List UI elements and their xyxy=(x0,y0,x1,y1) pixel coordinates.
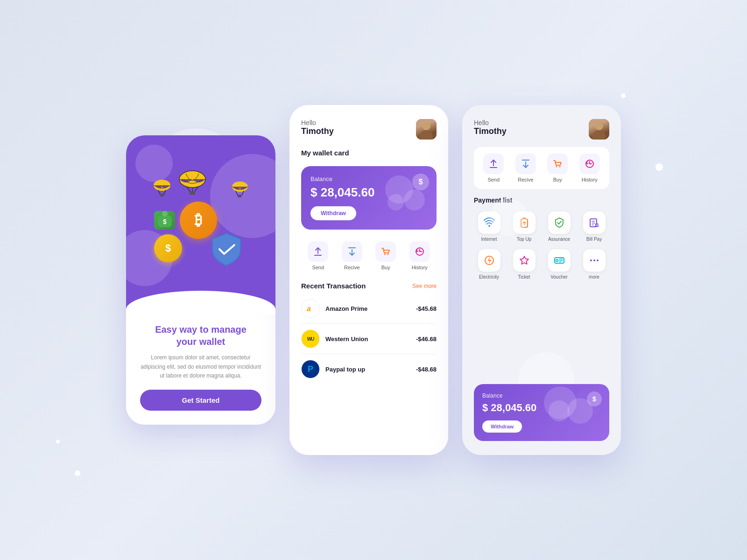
billpay-label: Bill Pay xyxy=(586,237,602,242)
receive-icon xyxy=(342,241,362,262)
transaction-list: a Amazon Prime -$45.68 WU Western Union … xyxy=(301,299,437,384)
get-started-button[interactable]: Get Started xyxy=(140,390,261,411)
p-action-buy[interactable]: Buy xyxy=(547,154,568,182)
payment-action-row: Send Recive Buy History xyxy=(474,147,609,189)
onboarding-screen: $ ₿ $ Eas xyxy=(126,135,275,425)
wallet-greeting: Hello Timothy xyxy=(301,119,334,136)
bg-decor xyxy=(621,93,626,98)
bg-decor xyxy=(490,198,528,236)
avatar-image xyxy=(416,119,437,140)
onboarding-bottom: Easy way to manage your wallet Lorem ips… xyxy=(126,314,275,425)
bg-decor xyxy=(655,163,663,171)
action-receive[interactable]: Recive xyxy=(342,241,362,270)
parachute-small-left-icon xyxy=(152,178,173,199)
action-history[interactable]: History xyxy=(409,241,430,270)
card-decor xyxy=(388,194,404,210)
payment-greeting: Hello Timothy xyxy=(474,119,507,136)
p-buy-icon xyxy=(547,154,568,174)
p-action-history[interactable]: History xyxy=(579,154,600,182)
recent-title: Recent Transaction xyxy=(301,282,366,290)
svg-rect-9 xyxy=(160,194,164,196)
p-send-label: Send xyxy=(487,177,500,182)
transaction-name-amazon: Amazon Prime xyxy=(325,305,410,312)
avatar-head xyxy=(422,122,430,130)
payment-header: Hello Timothy xyxy=(474,119,609,140)
payment-ticket[interactable]: Ticket xyxy=(509,249,539,280)
receive-label: Recive xyxy=(344,265,360,270)
payment-grid-row2: Electricity Ticket xyxy=(474,249,609,280)
transaction-paypal[interactable]: P Paypal top up -$48.68 xyxy=(301,360,437,384)
balance-label: Balance xyxy=(310,175,427,182)
action-send[interactable]: Send xyxy=(308,241,328,270)
wu-logo: WU xyxy=(301,329,320,348)
mini-wallet-card: $ Balance $ 28,045.60 Withdraw xyxy=(474,384,609,441)
internet-label: Internet xyxy=(481,237,497,242)
more-label: more xyxy=(589,274,599,280)
transaction-name-paypal: Paypal top up xyxy=(325,366,410,373)
avatar-body-2 xyxy=(592,130,606,140)
illustration-container: $ ₿ $ xyxy=(149,174,252,276)
history-label: History xyxy=(412,265,428,270)
greeting-hello: Hello xyxy=(301,119,334,126)
payment-more[interactable]: more xyxy=(579,249,609,280)
svg-rect-13 xyxy=(238,195,241,197)
mini-withdraw-button[interactable]: Withdraw xyxy=(482,420,522,433)
p-action-receive[interactable]: Recive xyxy=(515,154,536,182)
action-buy[interactable]: Buy xyxy=(375,241,396,270)
action-row: Send Recive Buy History xyxy=(301,239,437,273)
transaction-wu[interactable]: WU Western Union -$46.68 xyxy=(301,329,437,354)
greeting-hello-2: Hello xyxy=(474,119,507,126)
send-icon xyxy=(308,241,328,262)
transaction-amazon[interactable]: a Amazon Prime -$45.68 xyxy=(301,299,437,324)
p-history-label: History xyxy=(582,177,598,182)
p-send-icon xyxy=(483,154,504,174)
svg-point-43 xyxy=(590,259,592,261)
greeting-name-2: Timothy xyxy=(474,126,507,136)
ticket-label: Ticket xyxy=(518,274,530,280)
recent-section-header: Recent Transaction See more xyxy=(301,282,437,290)
see-more-link[interactable]: See more xyxy=(412,283,437,289)
svg-point-45 xyxy=(597,259,599,261)
wallet-screen: Hello Timothy My wallet card $ Balance $… xyxy=(289,105,448,455)
wallet-header: Hello Timothy xyxy=(301,119,437,140)
buy-icon xyxy=(375,241,396,262)
parachute-small-right-icon xyxy=(230,181,250,200)
payment-electricity[interactable]: Electricity xyxy=(474,249,504,280)
avatar-body xyxy=(420,130,433,140)
avatar[interactable] xyxy=(416,119,437,140)
p-receive-label: Recive xyxy=(518,177,534,182)
avatar-2[interactable] xyxy=(589,119,609,140)
electricity-label: Electricity xyxy=(479,274,499,280)
greeting-name: Timothy xyxy=(301,126,334,136)
wallet-card-label: My wallet card xyxy=(301,149,437,157)
p-buy-label: Buy xyxy=(553,177,562,182)
p-receive-icon xyxy=(515,154,536,174)
parachute-main-icon xyxy=(177,169,208,196)
dollar-coin-icon: $ xyxy=(154,234,182,262)
money-bag-icon: $ xyxy=(154,211,175,230)
avatar-image-2 xyxy=(589,119,609,140)
svg-point-19 xyxy=(384,254,386,255)
svg-line-11 xyxy=(236,191,238,196)
svg-point-15 xyxy=(162,211,168,217)
bg-decor xyxy=(56,440,60,443)
paypal-logo: P xyxy=(301,360,320,378)
ticket-icon xyxy=(513,249,536,272)
voucher-label: Voucher xyxy=(550,274,568,280)
svg-point-26 xyxy=(559,166,561,168)
bg-decor xyxy=(75,470,80,476)
mini-balance-label: Balance xyxy=(482,392,601,399)
p-history-icon xyxy=(579,154,600,174)
payment-assurance[interactable]: Assurance xyxy=(544,211,574,242)
topup-label: Top Up xyxy=(517,237,532,242)
withdraw-button[interactable]: Withdraw xyxy=(310,206,356,220)
svg-point-20 xyxy=(388,254,389,255)
payment-screen: Hello Timothy Send R xyxy=(462,105,621,455)
payment-voucher[interactable]: Voucher xyxy=(544,249,574,280)
electricity-icon xyxy=(478,249,500,272)
p-action-send[interactable]: Send xyxy=(483,154,504,182)
svg-rect-5 xyxy=(190,191,195,195)
transaction-name-wu: Western Union xyxy=(325,336,410,343)
payment-billpay[interactable]: Bill Pay xyxy=(579,211,609,242)
svg-point-25 xyxy=(556,166,557,168)
